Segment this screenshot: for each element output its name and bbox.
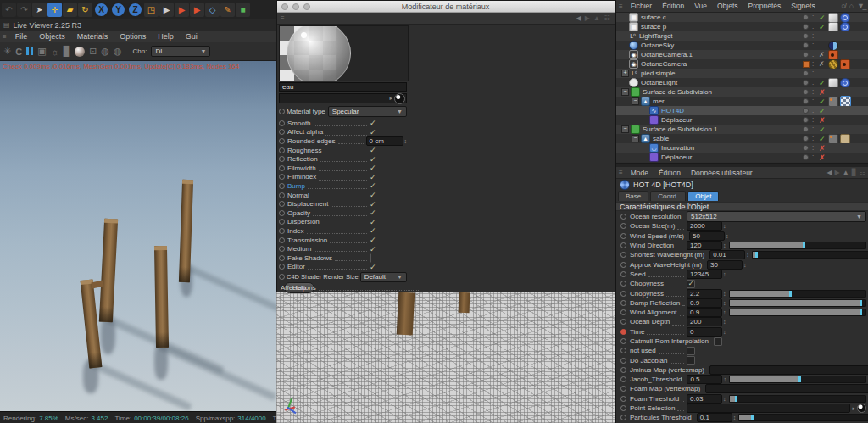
menu-édition[interactable]: Édition bbox=[654, 169, 686, 177]
keyframe-ring-icon[interactable] bbox=[620, 376, 626, 382]
menu-vue[interactable]: Vue bbox=[689, 2, 712, 10]
enable-toggle[interactable] bbox=[803, 125, 809, 134]
visibility-dots-icon[interactable]: ⁚ bbox=[812, 13, 814, 22]
enable-circle-icon[interactable] bbox=[803, 126, 809, 132]
pin-a-icon[interactable]: ◍ bbox=[101, 46, 109, 57]
object-label[interactable]: sable bbox=[653, 135, 669, 142]
cam-tag-icon[interactable] bbox=[828, 50, 838, 60]
enable-circle-icon[interactable] bbox=[803, 14, 809, 20]
object-row[interactable]: Déplaceur⁚✗ bbox=[616, 153, 868, 162]
channel-label[interactable]: Displacement bbox=[287, 200, 328, 208]
object-label[interactable]: Déplaceur bbox=[661, 116, 692, 124]
enable-toggle[interactable] bbox=[803, 153, 809, 162]
coord-system-icon[interactable]: ◳ bbox=[144, 3, 159, 17]
object-row[interactable]: −▲sable⁚✓ bbox=[616, 134, 868, 143]
stepper-icon[interactable]: ↕ bbox=[723, 270, 726, 278]
stepper-icon[interactable]: ↕ bbox=[723, 222, 726, 230]
pen-spline-icon[interactable]: ✎ bbox=[220, 3, 235, 17]
enable-circle-icon[interactable] bbox=[803, 98, 809, 104]
channel-value[interactable]: 0 cm bbox=[366, 136, 403, 146]
redo-icon[interactable]: ↷ bbox=[17, 3, 31, 17]
collapse-icon[interactable]: − bbox=[632, 135, 639, 142]
object-label[interactable]: Surface de Subdivision bbox=[643, 88, 712, 96]
material-preview[interactable] bbox=[279, 25, 409, 81]
region-icon[interactable]: ▣ bbox=[37, 46, 46, 57]
render-visibility-icon[interactable]: ✗ bbox=[819, 143, 826, 153]
render-visibility-icon[interactable]: ✗ bbox=[819, 153, 826, 162]
restart-icon[interactable]: C bbox=[15, 47, 22, 57]
attribute-label[interactable]: Shortest Wavelenght (m) bbox=[630, 251, 704, 259]
picker-icon[interactable]: ⊡ bbox=[89, 46, 97, 57]
keyframe-ring-icon[interactable] bbox=[620, 242, 626, 248]
filter-icon[interactable]: ☷ bbox=[604, 14, 610, 22]
enable-circle-icon[interactable] bbox=[803, 33, 809, 39]
attribute-label[interactable]: Catmull-Rom Interpolation bbox=[630, 337, 709, 345]
channel-checkbox[interactable]: ✓ bbox=[370, 245, 407, 253]
attribute-checkbox[interactable] bbox=[687, 347, 695, 355]
visibility-dots-icon[interactable]: ⁚ bbox=[812, 50, 814, 59]
back-arrow-icon[interactable]: ◀ bbox=[826, 169, 832, 176]
enable-toggle[interactable] bbox=[803, 134, 809, 143]
keyframe-ring-icon[interactable] bbox=[279, 228, 285, 234]
channel-checkbox[interactable]: ✓ bbox=[370, 200, 407, 209]
attribute-value[interactable]: 0.9 bbox=[687, 308, 722, 317]
stepper-icon[interactable]: ↕ bbox=[723, 395, 726, 403]
enable-circle-icon[interactable] bbox=[803, 136, 809, 142]
enable-toggle[interactable] bbox=[803, 97, 809, 106]
attribute-checkbox[interactable] bbox=[687, 356, 695, 365]
up-arrow-icon[interactable]: ▲ bbox=[843, 169, 849, 176]
material-texture-field[interactable]: ▸ bbox=[279, 93, 407, 103]
attribute-label[interactable]: Point Selection bbox=[630, 404, 675, 412]
attribute-value[interactable]: 2.2 bbox=[687, 289, 722, 298]
map-link-field[interactable] bbox=[687, 404, 850, 413]
hamburger-icon[interactable]: ≡ bbox=[281, 14, 285, 22]
keyframe-ring-icon[interactable] bbox=[620, 319, 626, 325]
menu-materials[interactable]: Materials bbox=[71, 32, 114, 41]
collapse-icon[interactable]: − bbox=[621, 125, 629, 133]
channel-label[interactable]: Bump bbox=[287, 182, 305, 190]
forward-arrow-icon[interactable]: ▶ bbox=[585, 14, 590, 22]
collapse-icon[interactable]: − bbox=[621, 88, 629, 96]
keyframe-ring-icon[interactable] bbox=[620, 348, 626, 353]
attribute-label[interactable]: Ocean Size(m) bbox=[630, 222, 675, 230]
keyframe-set-icon[interactable] bbox=[620, 329, 626, 335]
visibility-dots-icon[interactable]: ⁚ bbox=[812, 59, 814, 69]
render-visibility-icon[interactable]: ✓ bbox=[819, 78, 826, 87]
render-visibility-icon[interactable]: ✓ bbox=[819, 22, 826, 31]
object-row[interactable]: ▦suface c⁚✓ bbox=[616, 13, 868, 22]
phong-tag-icon[interactable] bbox=[840, 78, 850, 88]
channel-checkbox[interactable]: ✓ bbox=[370, 128, 407, 136]
keyframe-ring-icon[interactable] bbox=[279, 120, 285, 126]
visibility-dots-icon[interactable]: ⁚ bbox=[812, 78, 814, 87]
enable-toggle[interactable] bbox=[803, 13, 809, 22]
keyframe-ring-icon[interactable] bbox=[279, 255, 285, 261]
attribute-slider[interactable] bbox=[729, 395, 867, 403]
enable-circle-icon[interactable] bbox=[803, 154, 809, 160]
channel-checkbox[interactable]: ✓ bbox=[370, 164, 407, 172]
attribute-label[interactable]: Particules Threshold bbox=[630, 414, 692, 421]
channel-label[interactable]: Rounded edges bbox=[287, 137, 336, 145]
render-view-icon[interactable]: ▶ bbox=[159, 3, 174, 17]
z-axis-icon[interactable]: Z bbox=[127, 2, 143, 18]
visibility-dots-icon[interactable]: ⁚ bbox=[812, 143, 814, 153]
enable-circle-icon[interactable] bbox=[803, 145, 809, 151]
enable-circle-icon[interactable] bbox=[803, 52, 809, 58]
disp-tag-icon[interactable] bbox=[828, 134, 838, 144]
menu-propriétés[interactable]: Propriétés bbox=[743, 2, 787, 10]
undo-icon[interactable]: ↶ bbox=[2, 3, 16, 17]
keyframe-ring-icon[interactable] bbox=[279, 201, 285, 207]
lock-icon[interactable]: ▊ bbox=[852, 169, 857, 176]
filter-download-icon[interactable]: ▼̲ bbox=[857, 2, 865, 10]
channel-label[interactable]: Dispersion bbox=[287, 218, 320, 225]
channel-checkbox[interactable]: ✓ bbox=[370, 155, 407, 164]
enable-toggle[interactable] bbox=[803, 59, 810, 69]
keyframe-ring-icon[interactable] bbox=[279, 174, 285, 180]
enable-toggle[interactable] bbox=[803, 69, 809, 78]
object-row[interactable]: L⁰LightTarget⁚ bbox=[616, 31, 868, 41]
enable-circle-icon[interactable] bbox=[803, 80, 809, 86]
render-viewport[interactable]: Check 0.009ms /0.016ms, MeshGen 0.001ms,… bbox=[0, 61, 276, 411]
keyframe-ring-icon[interactable] bbox=[279, 264, 285, 270]
keyframe-ring-icon[interactable] bbox=[279, 147, 285, 153]
attribute-label[interactable]: Wind Direction bbox=[630, 242, 674, 249]
attribute-value[interactable]: 0.03 bbox=[687, 394, 722, 404]
